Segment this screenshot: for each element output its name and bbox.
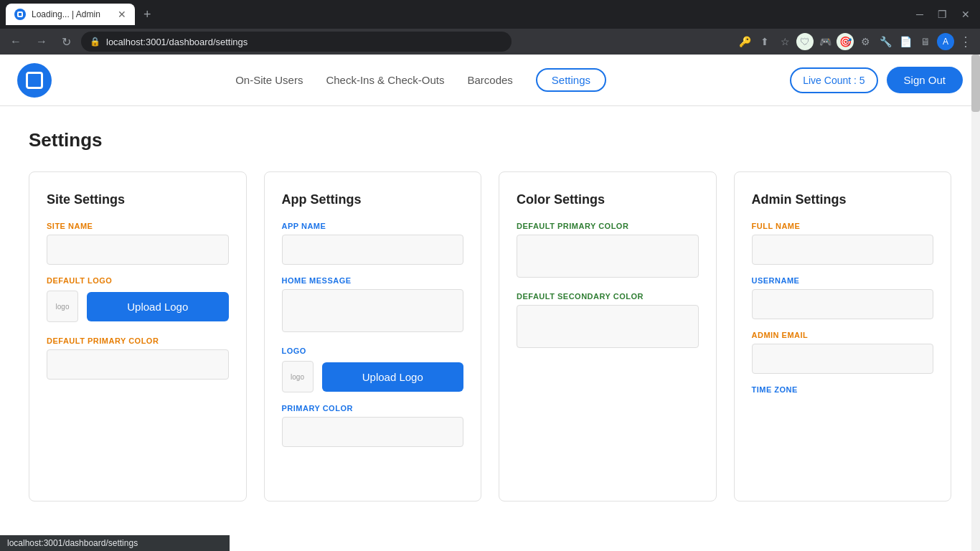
site-name-input[interactable] (47, 235, 229, 265)
nav-item-check-ins[interactable]: Check-Ins & Check-Outs (326, 71, 444, 89)
app-logo-thumb: logo (282, 361, 314, 392)
site-upload-logo-button[interactable]: Upload Logo (87, 292, 229, 321)
extension-icon-5[interactable]: 🔧 (877, 33, 894, 50)
app-logo-label: LOGO (282, 347, 464, 355)
admin-settings-card: Admin Settings FULL NAME USERNAME ADMIN … (734, 171, 952, 501)
app-primary-color-label: PRIMARY COLOR (282, 404, 464, 413)
admin-email-label: ADMIN EMAIL (752, 331, 934, 339)
tab-title: Loading... | Admin (32, 9, 100, 19)
admin-email-input[interactable] (752, 344, 934, 374)
nav-right: Live Count : 5 Sign Out (790, 67, 963, 93)
extension-icon-6[interactable]: 📄 (897, 33, 914, 50)
key-icon[interactable]: 🔑 (736, 33, 753, 50)
navbar: On-Site Users Check-Ins & Check-Outs Bar… (0, 55, 980, 106)
extension-icon-3[interactable]: 🎯 (837, 33, 854, 50)
home-message-input[interactable] (282, 289, 464, 332)
default-primary-color-label: DEFAULT PRIMARY COLOR (517, 222, 699, 230)
extension-icon-4[interactable]: ⚙ (857, 33, 874, 50)
url-text: localhost:3001/dashboard/settings (106, 37, 248, 47)
page-title: Settings (29, 129, 951, 151)
back-button[interactable]: ← (6, 34, 26, 50)
default-primary-color-input[interactable] (517, 235, 699, 278)
browser-chrome: Loading... | Admin ✕ + ─ ❒ ✕ (0, 0, 980, 29)
app-upload-logo-button[interactable]: Upload Logo (322, 362, 464, 392)
tab-close-button[interactable]: ✕ (118, 9, 126, 20)
site-settings-card: Site Settings SITE NAME DEFAULT LOGO log… (29, 171, 247, 501)
nav-item-barcodes[interactable]: Barcodes (467, 71, 512, 89)
admin-settings-title: Admin Settings (752, 192, 934, 207)
forward-button[interactable]: → (32, 34, 52, 50)
share-icon[interactable]: ⬆ (756, 33, 773, 50)
tab-favicon (14, 9, 26, 20)
site-name-label: SITE NAME (47, 222, 229, 230)
logo-square-icon (26, 72, 43, 89)
color-settings-title: Color Settings (517, 192, 699, 207)
default-logo-label: DEFAULT LOGO (47, 276, 229, 285)
default-secondary-color-label: DEFAULT SECONDARY COLOR (517, 292, 699, 301)
site-settings-title: Site Settings (47, 192, 229, 207)
site-logo-row: logo Upload Logo (47, 291, 229, 322)
username-input[interactable] (752, 289, 934, 319)
address-bar: ← → ↻ 🔒 localhost:3001/dashboard/setting… (0, 29, 980, 55)
nav-item-settings[interactable]: Settings (536, 68, 606, 92)
browser-tab[interactable]: Loading... | Admin ✕ (6, 4, 135, 25)
full-name-label: FULL NAME (752, 222, 934, 230)
main-content: Settings Site Settings SITE NAME DEFAULT… (0, 106, 980, 524)
status-url: localhost:3001/dashboard/settings (7, 538, 138, 548)
settings-grid: Site Settings SITE NAME DEFAULT LOGO log… (29, 171, 951, 501)
app-container: On-Site Users Check-Ins & Check-Outs Bar… (0, 55, 980, 551)
profile-icon[interactable]: A (937, 33, 954, 50)
reload-button[interactable]: ↻ (57, 34, 75, 50)
site-default-primary-color-label: DEFAULT PRIMARY COLOR (47, 336, 229, 345)
live-count-button[interactable]: Live Count : 5 (790, 67, 877, 93)
default-secondary-color-input[interactable] (517, 305, 699, 348)
status-bar: localhost:3001/dashboard/settings (0, 535, 230, 551)
extension-icon-1[interactable]: 🛡 (796, 33, 814, 50)
browser-actions: 🔑 ⬆ ☆ 🛡 🎮 🎯 ⚙ 🔧 📄 🖥 A ⋮ (736, 33, 974, 50)
extension-icon-2[interactable]: 🎮 (816, 33, 834, 50)
minimize-button[interactable]: ─ (912, 7, 928, 22)
extension-icon-7[interactable]: 🖥 (917, 33, 934, 50)
app-settings-title: App Settings (282, 192, 464, 207)
menu-button[interactable]: ⋮ (957, 33, 974, 50)
app-settings-card: App Settings APP NAME HOME MESSAGE LOGO … (264, 171, 482, 501)
bookmark-icon[interactable]: ☆ (776, 33, 793, 50)
nav-item-on-site-users[interactable]: On-Site Users (235, 71, 303, 89)
window-controls: ─ ❒ ✕ (912, 7, 974, 22)
color-settings-card: Color Settings DEFAULT PRIMARY COLOR DEF… (499, 171, 717, 501)
url-bar[interactable]: 🔒 localhost:3001/dashboard/settings (81, 32, 512, 52)
app-name-input[interactable] (282, 235, 464, 265)
new-tab-button[interactable]: + (141, 7, 154, 22)
scrollbar-thumb[interactable] (971, 55, 980, 112)
site-logo-thumb: logo (47, 291, 78, 322)
nav-links: On-Site Users Check-Ins & Check-Outs Bar… (235, 68, 606, 92)
app-logo-row: logo Upload Logo (282, 361, 464, 392)
username-label: USERNAME (752, 276, 934, 285)
lock-icon: 🔒 (90, 37, 100, 47)
app-primary-color-input[interactable] (282, 417, 464, 447)
close-button[interactable]: ✕ (957, 7, 974, 22)
sign-out-button[interactable]: Sign Out (887, 67, 963, 93)
full-name-input[interactable] (752, 235, 934, 265)
app-name-label: APP NAME (282, 222, 464, 230)
time-zone-label: TIME ZONE (752, 385, 934, 394)
maximize-button[interactable]: ❒ (933, 7, 951, 22)
home-message-label: HOME MESSAGE (282, 276, 464, 285)
scrollbar-track (971, 55, 980, 551)
site-default-primary-color-input[interactable] (47, 349, 229, 380)
app-logo[interactable] (17, 63, 52, 98)
